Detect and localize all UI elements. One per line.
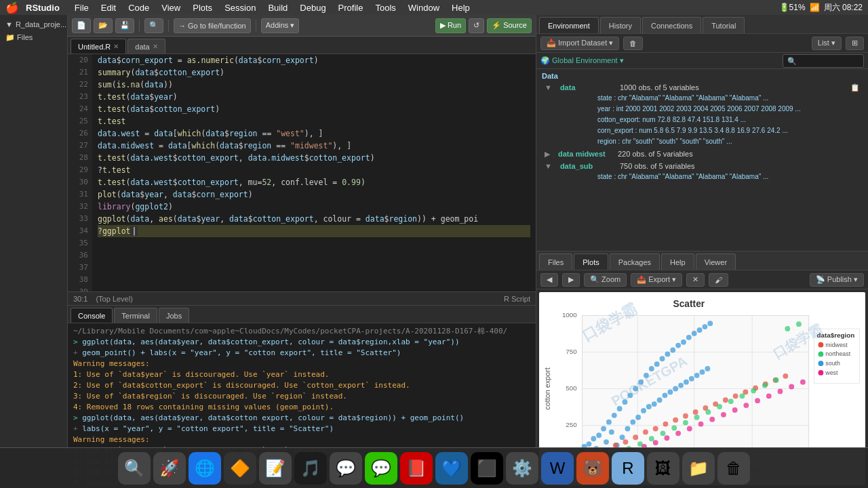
sidebar-item-files[interactable]: 📁 Files — [0, 31, 67, 44]
tab-data-close[interactable]: ✕ — [153, 43, 158, 50]
tab-untitled[interactable]: Untitled.R ✕ — [71, 39, 126, 54]
dock-terminal[interactable]: ⬛ — [471, 452, 503, 485]
clock: 周六 08:22 — [824, 2, 863, 14]
dock-rstudio[interactable]: R — [612, 452, 644, 485]
tab-help[interactable]: Help — [661, 253, 694, 270]
tab-plots[interactable]: Plots — [574, 253, 608, 270]
menu-plots[interactable]: Plots — [187, 3, 218, 13]
svg-point-133 — [789, 384, 794, 390]
dock-messages[interactable]: 💬 — [330, 452, 362, 485]
svg-point-64 — [684, 380, 689, 385]
goto-btn[interactable]: → Go to file/function — [174, 18, 251, 33]
tab-jobs[interactable]: Jobs — [159, 308, 189, 323]
zoom-btn[interactable]: 🔍 Zoom — [584, 273, 627, 287]
env-item-sub[interactable]: ▼ data_sub 750 obs. of 5 variables — [536, 160, 868, 172]
tab-terminal[interactable]: Terminal — [114, 308, 157, 323]
script-type: R Script — [504, 295, 530, 303]
menu-edit[interactable]: Edit — [96, 3, 121, 13]
rerun-btn[interactable]: ↺ — [469, 18, 484, 33]
svg-point-89 — [733, 393, 738, 399]
new-file-btn[interactable]: 📄 — [72, 18, 91, 33]
env-search[interactable] — [783, 54, 864, 68]
code-editor[interactable]: 20212223 24252627 28293031 32333435 3637… — [68, 54, 536, 291]
tab-data[interactable]: data ✕ — [127, 39, 165, 54]
find-btn[interactable]: 🔍 — [144, 18, 163, 33]
tab-tutorial[interactable]: Tutorial — [703, 17, 745, 33]
expand-midwest-icon[interactable]: ▶ — [545, 148, 550, 159]
open-file-btn[interactable]: 📂 — [94, 18, 113, 33]
dock-finder[interactable]: 🔍 — [118, 452, 151, 485]
left-sidebar: ▼ R_data_proje... 📁 Files — [0, 15, 68, 488]
console-warn-2: 2: Use of `data$cotton_export` is discou… — [73, 380, 530, 391]
dock-wechat[interactable]: 💬 — [365, 452, 397, 485]
dock-bear[interactable]: 🐻 — [576, 452, 609, 485]
dock-word[interactable]: W — [541, 452, 574, 485]
console-warn-1: 1: Use of `data$year` is discouraged. Us… — [73, 369, 530, 380]
tab-files[interactable]: Files — [539, 253, 572, 270]
sidebar-collapse-icon[interactable]: ▼ — [5, 20, 13, 28]
list-view-btn[interactable]: List ▾ — [812, 37, 842, 50]
dock-photos[interactable]: 🖼 — [647, 452, 679, 485]
expand-icon[interactable]: ▼ — [545, 82, 552, 93]
dock-chrome[interactable]: 🔶 — [224, 452, 256, 485]
menu-file[interactable]: File — [69, 3, 94, 13]
code-line-28: data.west = data[which(data$region == "w… — [98, 127, 530, 140]
env-item-data[interactable]: ▼ data 1000 obs. of 5 variables 📋 — [536, 81, 868, 94]
code-line-21: summary(data$cotton_export) — [98, 66, 530, 79]
menu-tools[interactable]: Tools — [370, 3, 401, 13]
menu-debug[interactable]: Debug — [294, 3, 331, 13]
console-cmd-3: > ggplot(data, aes(data$year, data$cotto… — [73, 413, 530, 424]
menu-build[interactable]: Build — [262, 3, 293, 13]
menu-profile[interactable]: Profile — [333, 3, 369, 13]
svg-point-103 — [671, 426, 677, 431]
dock-vscode[interactable]: 💙 — [435, 452, 468, 485]
tab-connections[interactable]: Connections — [642, 17, 701, 33]
export-btn[interactable]: 📤 Export ▾ — [631, 273, 682, 287]
env-midwest-name: data midwest — [558, 148, 612, 159]
menu-code[interactable]: Code — [123, 3, 155, 13]
tab-history[interactable]: History — [600, 17, 641, 33]
dock-itunes[interactable]: 🎵 — [294, 452, 327, 485]
code-line-25: t.test(data$cotton_export) — [98, 103, 530, 115]
publish-btn[interactable]: 📡 Publish ▾ — [810, 273, 864, 287]
menu-view[interactable]: View — [156, 3, 186, 13]
addins-btn[interactable]: Addins ▾ — [261, 18, 300, 33]
prev-plot-btn[interactable]: ◀ — [540, 273, 558, 287]
code-content[interactable]: data$corn_export = as.numeric(data$corn_… — [92, 54, 536, 291]
tab-untitled-label: Untitled.R — [78, 43, 111, 51]
tab-viewer[interactable]: Viewer — [696, 253, 736, 270]
save-btn[interactable]: 💾 — [115, 18, 134, 33]
dock-launchpad[interactable]: 🚀 — [153, 452, 186, 485]
delete-plot-btn[interactable]: ✕ — [686, 273, 705, 287]
svg-point-45 — [633, 386, 638, 392]
svg-text:Scatter: Scatter — [673, 299, 705, 309]
tab-packages[interactable]: Packages — [610, 253, 660, 270]
dock-syspreferences[interactable]: ⚙️ — [506, 452, 538, 485]
tab-untitled-close[interactable]: ✕ — [113, 43, 119, 50]
menu-help[interactable]: Help — [446, 3, 475, 13]
editor-toolbar: 📄 📂 💾 🔍 → Go to file/function Addins ▾ ▶… — [68, 15, 536, 37]
env-item-midwest[interactable]: ▶ data midwest 220 obs. of 5 variables — [536, 148, 868, 160]
apple-menu[interactable]: 🍎 — [5, 1, 19, 14]
import-dataset-btn[interactable]: 📥 Import Dataset ▾ — [540, 37, 619, 50]
svg-point-40 — [620, 434, 625, 440]
dock-textedit[interactable]: 📝 — [259, 452, 292, 485]
menu-session[interactable]: Session — [219, 3, 261, 13]
brush-btn[interactable]: 🖌 — [709, 273, 728, 287]
dock-files[interactable]: 📁 — [682, 452, 715, 485]
grid-view-btn[interactable]: ⊞ — [846, 37, 864, 50]
svg-point-39 — [617, 406, 623, 411]
clear-env-btn[interactable]: 🗑 — [623, 37, 643, 50]
next-plot-btn[interactable]: ▶ — [562, 273, 580, 287]
dock-app1[interactable]: 📕 — [400, 452, 433, 485]
tab-environment[interactable]: Environment — [539, 17, 599, 33]
source-btn[interactable]: ⚡ Source — [487, 18, 532, 33]
env-data-expand-icon[interactable]: 📋 — [850, 82, 860, 93]
expand-sub-icon[interactable]: ▼ — [545, 161, 552, 171]
tab-console[interactable]: Console — [71, 308, 113, 323]
run-btn[interactable]: ▶ Run — [435, 18, 466, 33]
menu-window[interactable]: Window — [403, 3, 445, 13]
dock-trash[interactable]: 🗑 — [717, 452, 750, 485]
dock-safari[interactable]: 🌐 — [189, 452, 221, 485]
global-env-label: 🌍 Global Environment ▾ — [540, 56, 624, 65]
